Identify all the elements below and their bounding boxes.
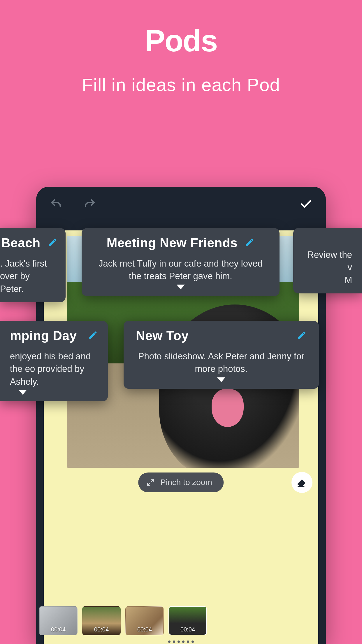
clip-thumbnail[interactable]: 00:04 xyxy=(125,606,164,635)
pod-card-newtoy[interactable]: New Toy Photo slideshow. Ask Peter and J… xyxy=(124,321,319,389)
hero-title: Pods xyxy=(0,23,362,58)
clip-thumbnail[interactable]: 00:04 xyxy=(39,606,78,635)
eraser-icon xyxy=(296,477,308,488)
clip-thumbnail[interactable]: 00:04 xyxy=(168,606,207,635)
redo-button[interactable] xyxy=(82,196,98,212)
edit-icon[interactable] xyxy=(88,330,98,341)
svg-rect-0 xyxy=(298,486,304,487)
edit-icon[interactable] xyxy=(245,237,254,249)
pod-title: Beach xyxy=(1,236,41,250)
pod-card-camping[interactable]: mping Day enjoyed his bed and the eo pro… xyxy=(0,321,108,401)
page-dots xyxy=(168,640,194,643)
pod-title: New Toy xyxy=(136,328,189,343)
expand-caret[interactable] xyxy=(10,390,98,396)
expand-caret[interactable] xyxy=(92,284,270,291)
edit-icon[interactable] xyxy=(297,330,307,341)
clip-duration: 00:04 xyxy=(40,626,77,633)
pod-description: enjoyed his bed and the eo provided by A… xyxy=(10,350,98,388)
expand-icon xyxy=(146,478,154,487)
clip-duration: 00:04 xyxy=(126,626,163,633)
pod-description: Review the v M xyxy=(303,249,352,286)
toolbar xyxy=(36,187,326,222)
timeline[interactable]: 00:04 00:04 00:04 00:04 xyxy=(36,606,326,635)
edit-icon[interactable] xyxy=(48,237,57,249)
pod-description: Jack met Tuffy in our cafe and they love… xyxy=(92,257,270,283)
pod-card-review[interactable]: Review the v M xyxy=(293,228,362,293)
svg-marker-2 xyxy=(19,390,27,395)
undo-button[interactable] xyxy=(48,196,64,212)
zoom-hint: Pinch to zoom xyxy=(138,473,224,492)
clip-duration: 00:04 xyxy=(83,626,120,633)
zoom-hint-label: Pinch to zoom xyxy=(160,478,212,487)
hero-subtitle: Fill in ideas in each Pod xyxy=(0,74,362,95)
svg-marker-1 xyxy=(177,285,185,289)
confirm-button[interactable] xyxy=(298,196,314,212)
pod-description: Photo slideshow. Ask Peter and Jenny for… xyxy=(133,350,309,375)
pod-title: Meeting New Friends xyxy=(107,236,238,250)
pod-description: . Jack's first over by Peter. xyxy=(0,257,56,295)
eraser-button[interactable] xyxy=(291,472,312,493)
clip-thumbnail[interactable]: 00:04 xyxy=(82,606,121,635)
expand-caret[interactable] xyxy=(133,377,309,384)
pod-title: mping Day xyxy=(10,328,77,343)
clip-duration: 00:04 xyxy=(169,626,206,633)
svg-marker-3 xyxy=(217,377,225,382)
pod-card-beach[interactable]: Beach . Jack's first over by Peter. xyxy=(0,228,66,302)
pod-card-meeting[interactable]: Meeting New Friends Jack met Tuffy in ou… xyxy=(82,228,280,296)
